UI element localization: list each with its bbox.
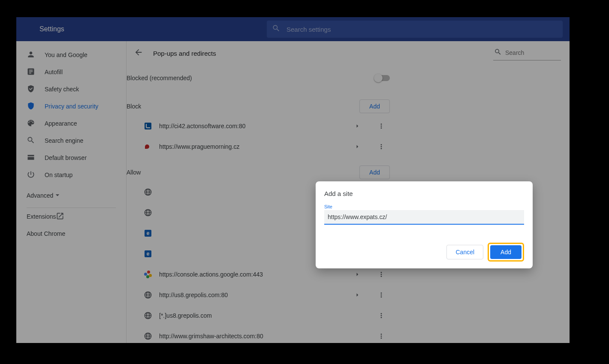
settings-window: Settings You and Google Autofill Safety … <box>16 17 570 343</box>
site-url-input[interactable] <box>324 210 524 225</box>
site-field-label: Site <box>324 204 524 209</box>
add-site-dialog: Add a site Site Cancel Add <box>316 181 533 268</box>
dialog-cancel-button[interactable]: Cancel <box>446 245 483 259</box>
dialog-title: Add a site <box>324 190 524 197</box>
dialog-scrim[interactable] <box>16 17 570 343</box>
dialog-add-button[interactable]: Add <box>490 245 522 259</box>
dialog-add-highlight: Add <box>488 243 524 262</box>
